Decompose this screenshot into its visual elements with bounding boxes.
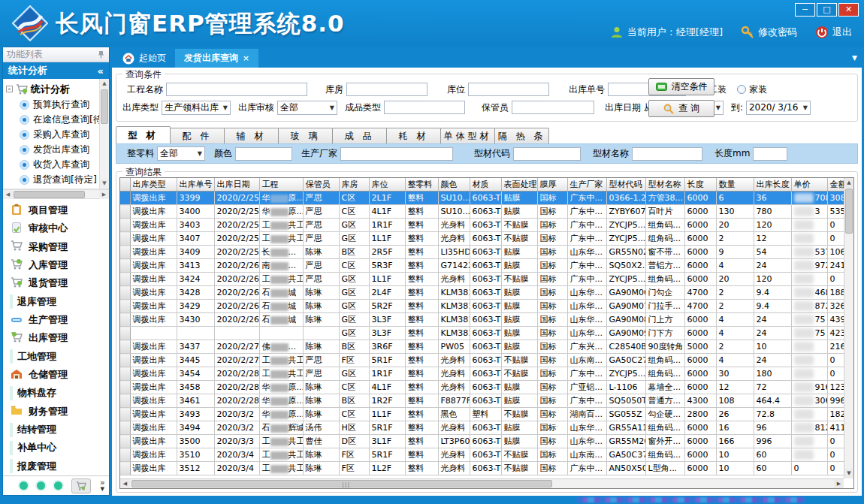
- row-header[interactable]: [120, 340, 130, 354]
- sidebar-item-15[interactable]: 报废管理: [11, 457, 109, 475]
- tree-horizontal-scrollbar[interactable]: ◀ ▶: [3, 189, 109, 199]
- location-input[interactable]: [468, 83, 549, 96]
- column-header-18[interactable]: 单价: [791, 178, 827, 192]
- column-header-9[interactable]: 材质: [470, 178, 501, 192]
- table-row[interactable]: 调拨出库34292020/2/26石城陈琳G区5R2F整料KLM38176063…: [120, 300, 844, 313]
- table-row[interactable]: 调拨出库34002020/2/25华原...严思C区4L1F整料SU10...6…: [120, 205, 844, 219]
- row-header[interactable]: [120, 219, 130, 232]
- radio-home[interactable]: 家装: [737, 83, 767, 96]
- manufacturer-input[interactable]: [340, 147, 453, 161]
- grid-horizontal-scrollbar[interactable]: ◀ ||| ▶: [120, 478, 844, 488]
- scroll-right-icon[interactable]: ▶: [99, 190, 109, 199]
- tab-close-icon[interactable]: ×: [243, 53, 249, 63]
- column-header-3[interactable]: 工程: [259, 178, 303, 192]
- footer-cart-button[interactable]: [71, 478, 91, 493]
- tab-outbound-query[interactable]: 发货出库查询 ×: [175, 49, 258, 68]
- tree-item-0[interactable]: 预算执行查询: [6, 97, 109, 112]
- audit-select[interactable]: 全部▼: [277, 101, 337, 115]
- grid-vertical-scrollbar[interactable]: ▲ ▼: [844, 178, 853, 478]
- table-row[interactable]: 调拨出库35122020/3/4工共工程陈琳F区1L2F整料光身料6063-T5…: [120, 462, 844, 475]
- scroll-down-icon[interactable]: ▼: [844, 469, 853, 478]
- row-header[interactable]: [120, 313, 130, 327]
- material-tab-7[interactable]: 隔 热 条: [494, 128, 549, 143]
- table-row[interactable]: 调拨出库34032020/2/25工共工程严思G区1R1F整料光身料6063-T…: [120, 219, 844, 232]
- clear-conditions-button[interactable]: 清空条件: [648, 78, 714, 95]
- project-name-input[interactable]: [166, 83, 307, 96]
- tree-vertical-scrollbar[interactable]: ▲ ▼: [99, 79, 109, 189]
- column-header-10[interactable]: 表面处理: [501, 178, 537, 192]
- row-header[interactable]: [120, 435, 130, 448]
- close-button[interactable]: ✕: [838, 3, 859, 17]
- column-header-11[interactable]: 膜厚: [537, 178, 567, 192]
- table-row[interactable]: 调拨出库34132020/2/26南...严思C区5R3F整料G71422606…: [120, 259, 844, 273]
- sidebar-item-12[interactable]: 财务管理: [11, 403, 109, 421]
- table-row[interactable]: 调拨出库34242020/2/26工共工程严思G区1L1F整料光身料6063-T…: [120, 273, 844, 286]
- sidebar-item-13[interactable]: 结转管理: [11, 421, 109, 439]
- logout-button[interactable]: 退出: [815, 26, 852, 39]
- minimize-button[interactable]: ─: [795, 3, 815, 17]
- table-row[interactable]: 调拨出库35002020/3/3工共工程曹佳D区3L1F整料LT3P606063…: [120, 435, 844, 448]
- table-row[interactable]: 调拨出库34092020/2/25长...陈琳B区2R5F整料LI35HD606…: [120, 246, 844, 259]
- maximize-button[interactable]: □: [817, 3, 837, 17]
- change-password-button[interactable]: 修改密码: [741, 26, 797, 39]
- column-header-14[interactable]: 型材名称: [645, 178, 684, 192]
- whole-part-select[interactable]: 全部▼: [157, 146, 205, 161]
- sidebar-item-7[interactable]: 生产管理: [11, 311, 109, 329]
- tree-item-1[interactable]: 在途信息查询[待: [6, 112, 109, 127]
- scroll-up-icon[interactable]: ▲: [844, 178, 853, 188]
- tab-home[interactable]: 起始页: [113, 49, 175, 68]
- scroll-left-icon[interactable]: ◀: [3, 190, 13, 199]
- row-header[interactable]: [120, 421, 130, 435]
- tree-root-statistics[interactable]: - 统计分析: [6, 81, 109, 97]
- row-header[interactable]: [120, 462, 130, 475]
- table-row[interactable]: 调拨出库34282020/2/26石城陈琳G区2L4F整料KLM38176063…: [120, 286, 844, 300]
- sidebar-item-4[interactable]: 入库管理: [11, 256, 109, 274]
- row-header[interactable]: [120, 246, 130, 259]
- table-row[interactable]: 调拨出库34942020/3/2石辉城汤伟H区5R1F整料光身料6063-T5贴…: [120, 421, 844, 435]
- column-header-17[interactable]: 出库长度: [754, 178, 791, 192]
- length-input[interactable]: [753, 147, 787, 161]
- row-header[interactable]: [120, 259, 130, 273]
- column-header-4[interactable]: 保管员: [303, 178, 339, 192]
- material-tab-4[interactable]: 成 品: [332, 128, 387, 143]
- column-header-0[interactable]: 出库类型: [130, 178, 177, 192]
- material-tab-2[interactable]: 辅 材: [224, 128, 279, 143]
- row-header[interactable]: [120, 381, 130, 394]
- date-to-picker[interactable]: 2020/ 3/16▼: [746, 101, 811, 115]
- tree-item-4[interactable]: 收货入库查询: [6, 157, 109, 172]
- footer-dot-icon[interactable]: [54, 481, 62, 490]
- row-header[interactable]: [120, 394, 130, 408]
- sidebar-item-3[interactable]: 采购管理: [11, 238, 109, 256]
- footer-dot-icon[interactable]: [20, 481, 28, 490]
- sidebar-item-1[interactable]: 项目管理: [11, 201, 109, 219]
- row-header[interactable]: [120, 408, 130, 421]
- column-header-6[interactable]: 库位: [369, 178, 405, 192]
- tree-item-5[interactable]: 退货查询[待定]: [6, 172, 109, 187]
- sidebar-item-8[interactable]: 出库管理: [11, 329, 109, 347]
- footer-expand-button[interactable]: »▾: [100, 480, 105, 492]
- column-header-2[interactable]: 出库日期: [214, 178, 259, 192]
- row-header[interactable]: [120, 286, 130, 300]
- sidebar-item-11[interactable]: 物料盘存: [11, 384, 109, 402]
- row-header[interactable]: [120, 192, 130, 205]
- material-tab-1[interactable]: 配 件: [170, 128, 225, 143]
- row-header[interactable]: [120, 327, 130, 340]
- outbound-type-select[interactable]: 生产领料出库▼: [162, 101, 231, 115]
- tree-item-3[interactable]: 发货出库查询: [6, 142, 109, 157]
- scroll-right-icon[interactable]: ▶: [834, 479, 844, 488]
- sidebar-item-14[interactable]: 补单中心: [11, 439, 109, 457]
- tree-item-2[interactable]: 采购入库查询: [6, 127, 109, 142]
- product-type-input[interactable]: [384, 101, 465, 114]
- sidebar-item-2[interactable]: 审核中心: [11, 219, 109, 237]
- row-header[interactable]: [120, 354, 130, 367]
- sidebar-item-9[interactable]: 工地管理: [11, 348, 109, 366]
- column-header-16[interactable]: 数量: [716, 178, 754, 192]
- table-row[interactable]: 调拨出库34932020/3/2华原...陈琳C区1L1F整料黑色塑料不贴膜国标…: [120, 408, 844, 421]
- pin-icon[interactable]: [97, 50, 105, 59]
- row-header[interactable]: [120, 273, 130, 286]
- table-row[interactable]: G区3L3F整料KLM38176063-T5贴膜国标山东华...GA90M09.…: [120, 327, 844, 340]
- table-row[interactable]: 调拨出库35102020/3/4工共工程陈琳F区5R1F整料光身料6063-T5…: [120, 448, 844, 462]
- column-header-7[interactable]: 整零料: [405, 178, 438, 192]
- sidebar-item-6[interactable]: 退库管理: [11, 293, 109, 311]
- material-tab-3[interactable]: 玻 璃: [278, 128, 333, 143]
